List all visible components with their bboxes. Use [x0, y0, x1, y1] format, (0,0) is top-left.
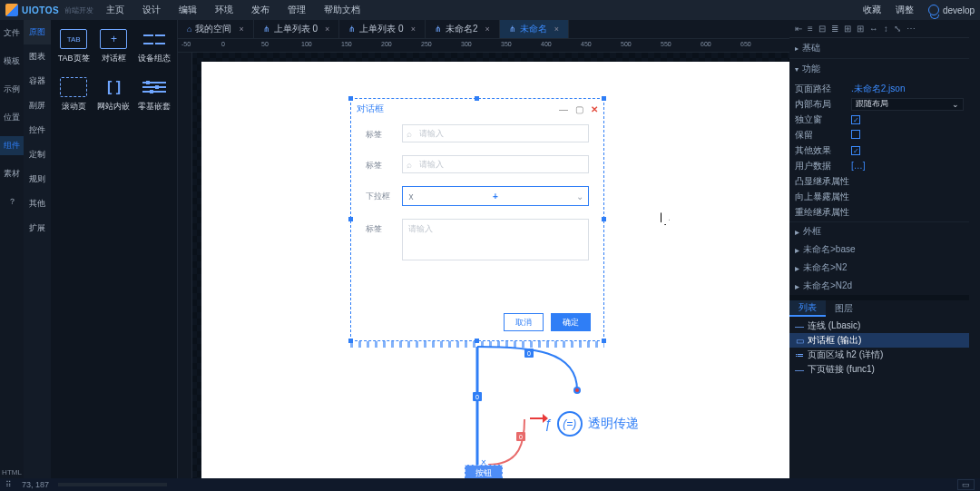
tool-dialog[interactable]: 对话框 — [96, 25, 131, 68]
text-input[interactable] — [402, 124, 589, 142]
menu-edit[interactable]: 编辑 — [179, 4, 197, 16]
rail-help[interactable]: ？ — [0, 192, 24, 211]
textarea-input[interactable] — [402, 219, 589, 260]
tool-embed[interactable]: [ ]网站内嵌 — [96, 74, 131, 116]
button-node[interactable]: 按钮 — [465, 465, 503, 478]
select-input[interactable]: x + ⌄ — [402, 186, 589, 206]
tool-nest[interactable]: 零基嵌套 — [137, 74, 172, 116]
ptab-0[interactable]: 原图 — [24, 20, 51, 44]
close-icon[interactable]: × — [325, 25, 329, 34]
page-path-link[interactable]: .未命名2.json — [851, 83, 964, 95]
tab-3[interactable]: ⋔未命名2× — [426, 20, 500, 38]
menu-manage[interactable]: 管理 — [288, 4, 306, 16]
link-icon: — — [795, 365, 804, 375]
dist-h-icon[interactable]: ↔ — [869, 24, 878, 34]
menu-help[interactable]: 帮助文档 — [324, 4, 360, 16]
align-top-icon[interactable]: ≣ — [831, 24, 838, 34]
section-collapsed[interactable]: ▸未命名>N2 — [789, 259, 969, 277]
rail-template[interactable]: 模板 — [0, 52, 24, 71]
rail-asset[interactable]: 素材 — [0, 164, 24, 183]
ptab-6[interactable]: 规则 — [24, 167, 51, 191]
tab-1[interactable]: ⋔上单列表 0× — [254, 20, 340, 38]
close-icon[interactable]: ✕ — [591, 104, 598, 114]
ptab-1[interactable]: 图表 — [24, 44, 51, 69]
menu-publish[interactable]: 发布 — [251, 4, 270, 16]
align-bottom-icon[interactable]: ⊞ — [857, 24, 864, 34]
outline-item[interactable]: —下页链接 (func1) — [789, 362, 969, 377]
menu-design[interactable]: 设计 — [142, 4, 161, 16]
grip-icon[interactable]: ⠿ — [5, 480, 13, 489]
search-icon: ⌕ — [407, 160, 412, 170]
menu-home[interactable]: 主页 — [106, 4, 124, 16]
ptab-4[interactable]: 控件 — [24, 118, 51, 142]
close-icon[interactable]: × — [411, 25, 416, 34]
select-clear-icon[interactable]: x — [403, 191, 419, 201]
outline-item[interactable]: ▭对话框 (输出) — [789, 333, 969, 348]
tree-icon: ⋔ — [509, 25, 516, 34]
close-icon[interactable]: × — [485, 25, 489, 34]
plus-icon[interactable]: + — [419, 191, 572, 201]
status-progress — [58, 483, 167, 486]
chevron-down-icon[interactable]: ⌄ — [572, 191, 588, 201]
tool-tab[interactable]: TABTAB页签 — [56, 25, 91, 68]
nest-icon — [142, 77, 166, 97]
checkbox[interactable] — [851, 146, 860, 155]
outline-tab-list[interactable]: 列表 — [789, 300, 826, 317]
ptab-7[interactable]: 其他 — [24, 191, 51, 216]
section-base[interactable]: ▸基础 — [789, 38, 969, 58]
ok-button[interactable]: 确定 — [551, 313, 591, 331]
dialog-header[interactable]: 对话框 — ▢ ✕ — [351, 99, 603, 119]
close-icon[interactable]: × — [554, 25, 559, 34]
rail-component[interactable]: 组件 — [0, 136, 24, 155]
userdata-link[interactable]: […] — [851, 161, 964, 171]
ptab-5[interactable]: 定制 — [24, 142, 51, 167]
section-collapsed[interactable]: ▸外框 — [789, 222, 969, 241]
align-right-icon[interactable]: ⊟ — [818, 24, 826, 34]
port-badge: 0 — [516, 432, 525, 441]
outline-tab-layers[interactable]: 图层 — [826, 300, 862, 317]
stage[interactable]: 对话框 — ▢ ✕ 标签 ⌕ — [192, 53, 789, 478]
tool-scroll[interactable]: 滚动页 — [56, 74, 91, 116]
rail-pos[interactable]: 位置 — [0, 108, 24, 127]
ruler-horizontal: -50 0 50 100 150 200 250 300 350 400 450… — [178, 38, 789, 53]
layout-select[interactable]: 跟随布局⌄ — [851, 98, 964, 111]
tool-device[interactable]: 设备组态 — [137, 25, 172, 68]
minimize-icon[interactable]: — — [559, 104, 568, 114]
outline-item[interactable]: ≔页面区域 h2 (详情) — [789, 348, 969, 362]
align-left-icon[interactable]: ⇤ — [795, 24, 802, 34]
checkbox[interactable] — [851, 115, 860, 124]
menu-fav[interactable]: 收藏 — [863, 4, 881, 16]
tab-4[interactable]: ⋔未命名× — [500, 20, 569, 38]
rail-file[interactable]: 文件 — [0, 24, 24, 43]
text-input[interactable] — [402, 155, 589, 173]
dialog-component[interactable]: 对话框 — ▢ ✕ 标签 ⌕ — [351, 99, 603, 340]
dist-v-icon[interactable]: ↕ — [884, 24, 888, 34]
cancel-button[interactable]: 取消 — [504, 313, 544, 331]
tree-icon: ⌂ — [187, 25, 191, 34]
maximize-icon[interactable]: ▢ — [575, 104, 583, 114]
checkbox[interactable] — [851, 130, 860, 139]
rail-sample[interactable]: 示例 — [0, 80, 24, 99]
fit-icon[interactable]: ⤡ — [894, 24, 901, 34]
section-basic[interactable]: ▾功能 — [789, 59, 969, 79]
menu-env[interactable]: 环境 — [215, 4, 233, 16]
menu-adjust[interactable]: 调整 — [896, 4, 914, 16]
user-menu[interactable]: develop — [928, 5, 975, 15]
outline-item[interactable]: —连线 (Lbasic) — [789, 319, 969, 333]
ptab-8[interactable]: 扩展 — [24, 216, 51, 241]
ptab-3[interactable]: 副屏 — [24, 93, 51, 118]
inspector-scroll[interactable]: ▸基础 ▾功能 页面路径.未命名2.json 内部布局跟随布局⌄ 独立窗 保留 … — [789, 38, 969, 478]
zoom-indicator[interactable]: ▭ — [957, 479, 975, 490]
close-icon[interactable]: × — [239, 25, 243, 34]
dialog-selection[interactable]: 对话框 — ▢ ✕ 标签 ⌕ — [350, 98, 604, 341]
section-collapsed[interactable]: ▸未命名>base — [789, 241, 969, 259]
ptab-2[interactable]: 容器 — [24, 69, 51, 93]
section-collapsed[interactable]: ▸未命名>N2d — [789, 277, 969, 295]
logo-icon — [5, 4, 18, 16]
align-center-icon[interactable]: ≡ — [808, 24, 813, 34]
tab-2[interactable]: ⋔上单列表 0× — [339, 20, 426, 38]
more-icon[interactable]: ⋯ — [906, 24, 916, 34]
tab-0[interactable]: ⌂我的空间× — [178, 20, 254, 38]
align-mid-icon[interactable]: ⊞ — [844, 24, 851, 34]
user-icon — [928, 5, 939, 15]
